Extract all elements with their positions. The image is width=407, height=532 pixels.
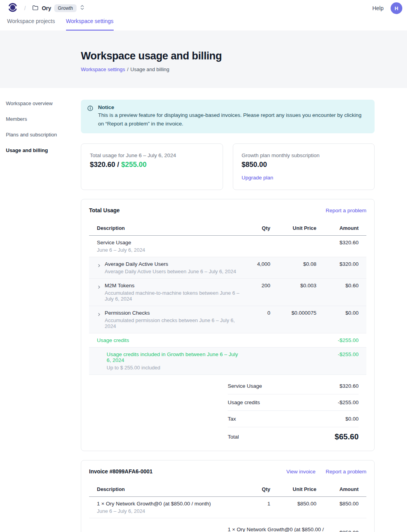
col-unit-price: Unit Price xyxy=(273,225,316,231)
col-description: Description xyxy=(97,225,240,231)
totals-row-plan: 1 × Ory Network Growth@0 (at $850.00 / m… xyxy=(228,521,359,532)
table-row-m2m-tokens[interactable]: M2M Tokens Accumulated machine-to-machin… xyxy=(89,279,366,306)
row-title: Average Daily Active Users xyxy=(105,261,236,267)
row-unit-price: $0.000075 xyxy=(273,310,316,316)
col-description: Description xyxy=(97,486,240,492)
totals-label: Service Usage xyxy=(228,383,262,389)
row-title: Permission Checks xyxy=(105,310,240,316)
page-title: Workspace usage and billing xyxy=(81,50,407,62)
totals-row-service-usage: Service Usage $320.60 xyxy=(228,378,359,394)
row-amount: -$255.00 xyxy=(320,351,359,357)
total-value: $65.60 xyxy=(335,432,359,441)
sidebar-item-workspace-overview[interactable]: Workspace overview xyxy=(6,100,81,106)
col-qty: Qty xyxy=(243,225,270,231)
workspace-switcher[interactable]: Ory Growth xyxy=(31,3,86,14)
row-qty: 4,000 xyxy=(243,261,270,267)
total-usage-value: $320.60 / $255.00 xyxy=(90,161,214,169)
notice-body: This is a preview feature for displaying… xyxy=(98,111,368,128)
breadcrumb-current: Usage and billing xyxy=(130,66,170,72)
tab-workspace-projects[interactable]: Workspace projects xyxy=(7,16,55,30)
row-qty: 200 xyxy=(243,283,270,288)
row-subtitle: June 6 – July 6, 2024 xyxy=(97,508,240,514)
row-amount: $850.00 xyxy=(320,501,359,507)
row-unit-price: $0.08 xyxy=(273,261,316,267)
usage-table-header: Description Qty Unit Price Amount xyxy=(89,221,366,236)
totals-value: $320.60 xyxy=(339,383,359,389)
totals-label: Usage credits xyxy=(228,399,260,405)
invoice-table: Description Qty Unit Price Amount 1 × Or… xyxy=(89,482,366,518)
chevron-right-icon[interactable] xyxy=(97,262,101,274)
col-amount: Amount xyxy=(320,225,359,231)
report-problem-link[interactable]: Report a problem xyxy=(326,208,366,213)
totals-row-usage-credits: Usage credits -$255.00 xyxy=(228,394,359,411)
usage-panel-title: Total Usage xyxy=(89,207,120,213)
row-subtitle: Accumulated machine-to-machine tokens be… xyxy=(105,290,240,302)
row-amount: $320.60 xyxy=(320,240,359,245)
main-content: Notice This is a preview feature for dis… xyxy=(81,88,375,532)
usage-table: Description Qty Unit Price Amount Servic… xyxy=(89,221,366,375)
col-unit-price: Unit Price xyxy=(273,486,316,492)
sidebar-item-usage-and-billing[interactable]: Usage and billing xyxy=(6,147,81,153)
row-title: 1 × Ory Network Growth@0 (at $850.00 / m… xyxy=(97,501,240,507)
breadcrumb: Workspace settings / Usage and billing xyxy=(81,66,407,72)
usage-totals: Service Usage $320.60 Usage credits -$25… xyxy=(228,378,359,441)
totals-row-tax: Tax $0.00 xyxy=(228,411,359,427)
table-row-usage-credits-detail: Usage credits included in Growth between… xyxy=(89,348,366,375)
sidebar-item-plans-and-subscription[interactable]: Plans and subscription xyxy=(6,132,81,138)
row-subtitle: Average Daily Active Users between June … xyxy=(105,269,236,274)
sidebar-item-members[interactable]: Members xyxy=(6,116,81,122)
row-unit-price: $850.00 xyxy=(273,501,316,507)
chevron-right-icon[interactable] xyxy=(97,311,101,329)
folder-icon xyxy=(32,4,39,13)
row-amount: -$255.00 xyxy=(320,337,359,343)
totals-label: 1 × Ory Network Growth@0 (at $850.00 / m… xyxy=(228,527,339,532)
usage-amount-credit: $255.00 xyxy=(121,161,146,168)
table-row-daily-active-users[interactable]: Average Daily Active Users Average Daily… xyxy=(89,257,366,279)
view-invoice-link[interactable]: View invoice xyxy=(286,469,316,475)
row-amount: $0.60 xyxy=(320,283,359,288)
totals-label: Tax xyxy=(228,416,236,422)
tab-workspace-settings[interactable]: Workspace settings xyxy=(66,16,114,30)
row-qty: 1 xyxy=(243,501,270,507)
upgrade-plan-link[interactable]: Upgrade plan xyxy=(242,175,273,181)
row-unit-price: $0.003 xyxy=(273,283,316,288)
notice-title: Notice xyxy=(98,104,368,110)
row-subtitle: Accumulated permission checks between Ju… xyxy=(105,317,240,329)
table-row-usage-credits: Usage credits -$255.00 xyxy=(89,333,366,348)
row-title: Usage credits xyxy=(97,337,240,343)
totals-value: -$255.00 xyxy=(338,399,359,405)
selector-chevrons-icon xyxy=(80,4,85,12)
row-qty: 0 xyxy=(243,310,270,316)
ory-logo-icon xyxy=(7,2,18,15)
total-label: Total xyxy=(228,434,239,440)
row-amount: $320.00 xyxy=(320,261,359,267)
row-title: Usage credits included in Growth between… xyxy=(97,351,240,363)
table-row-permission-checks[interactable]: Permission Checks Accumulated permission… xyxy=(89,306,366,333)
invoice-panel-title: Invoice #8099AFA6-0001 xyxy=(89,468,153,475)
help-link[interactable]: Help xyxy=(372,5,384,11)
invoice-table-header: Description Qty Unit Price Amount xyxy=(89,482,366,497)
user-avatar[interactable]: H xyxy=(391,2,402,14)
ory-logo[interactable] xyxy=(6,2,19,14)
report-problem-link[interactable]: Report a problem xyxy=(326,469,366,475)
total-usage-card: Total usage for June 6 – July 6, 2024 $3… xyxy=(81,143,223,190)
row-subtitle: Up to $ 255.00 included xyxy=(97,365,240,371)
row-subtitle: June 6 – July 6, 2024 xyxy=(97,247,240,253)
total-usage-label: Total usage for June 6 – July 6, 2024 xyxy=(90,152,214,158)
invoice-panel: Invoice #8099AFA6-0001 View invoice Repo… xyxy=(81,460,375,532)
col-qty: Qty xyxy=(243,486,270,492)
plan-badge: Growth xyxy=(54,4,77,12)
col-amount: Amount xyxy=(320,486,359,492)
table-row-service-usage: Service Usage June 6 – July 6, 2024 $320… xyxy=(89,236,366,257)
total-usage-panel: Total Usage Report a problem Description… xyxy=(81,199,375,451)
totals-value: $850.00 xyxy=(339,530,359,532)
row-title: Service Usage xyxy=(97,240,240,245)
row-title: M2M Tokens xyxy=(105,283,240,288)
notice-banner: Notice This is a preview feature for dis… xyxy=(81,100,375,133)
invoice-totals: 1 × Ory Network Growth@0 (at $850.00 / m… xyxy=(228,521,359,532)
usage-amount-used: $320.60 xyxy=(90,161,115,168)
chevron-right-icon[interactable] xyxy=(97,284,101,302)
subscription-value: $850.00 xyxy=(242,161,366,169)
row-amount: $0.00 xyxy=(320,310,359,316)
breadcrumb-settings-link[interactable]: Workspace settings xyxy=(81,66,125,72)
